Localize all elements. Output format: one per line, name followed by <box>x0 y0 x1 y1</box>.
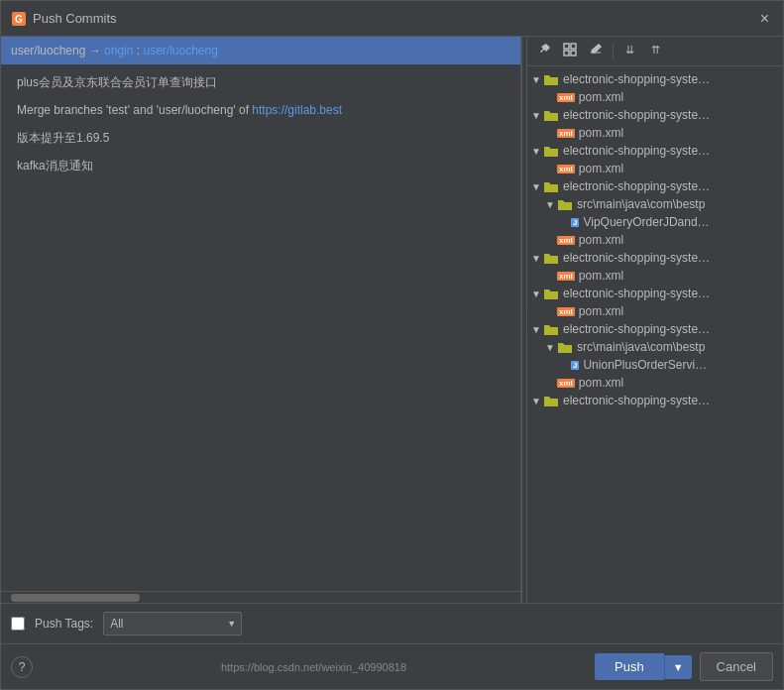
remote-link[interactable]: origin <box>104 44 133 58</box>
push-tags-select-wrapper: All Annotated None <box>103 612 242 635</box>
commit-item: 版本提升至1.69.5 <box>1 124 520 152</box>
tree-file-xml-6[interactable]: ▶ xml pom.xml <box>527 302 783 320</box>
tree-item-label: pom.xml <box>579 304 623 318</box>
left-scrollbar-thumb[interactable] <box>11 594 140 602</box>
folder-icon <box>543 179 559 193</box>
folder-arrow: ▼ <box>545 342 555 353</box>
file-tree: ▼ electronic-shopping-syste… ▶ xml pom.x… <box>527 66 783 603</box>
commit-text-1: plus会员及京东联合会员订单查询接口 <box>17 75 217 89</box>
folder-icon <box>543 251 559 265</box>
folder-arrow: ▼ <box>545 199 555 210</box>
tree-item-label: VipQueryOrderJDand… <box>583 215 709 229</box>
folder-arrow: ▼ <box>531 288 541 299</box>
tree-item-label: electronic-shopping-syste… <box>563 251 710 265</box>
remote-branch-link[interactable]: user/luocheng <box>143 44 217 58</box>
tree-file-java-1[interactable]: ▶ J VipQueryOrderJDand… <box>527 213 783 231</box>
tree-file-xml-7[interactable]: ▶ xml pom.xml <box>527 374 783 392</box>
tree-folder-2[interactable]: ▼ electronic-shopping-syste… <box>527 106 783 124</box>
tree-file-xml-4[interactable]: ▶ xml pom.xml <box>527 231 783 249</box>
tree-item-label: pom.xml <box>579 233 623 247</box>
tree-item-label: src\main\java\com\bestp <box>577 197 705 211</box>
tree-subfolder-1[interactable]: ▼ src\main\java\com\bestp <box>527 195 783 213</box>
push-tags-select[interactable]: All Annotated None <box>103 612 242 635</box>
tree-file-xml-3[interactable]: ▶ xml pom.xml <box>527 160 783 177</box>
commit-link-2[interactable]: https://gitlab.best <box>252 103 342 117</box>
java-badge: J <box>571 361 579 370</box>
folder-icon <box>543 144 559 158</box>
action-bar: ? https://blog.csdn.net/weixin_40990818 … <box>1 643 783 689</box>
tree-folder-6[interactable]: ▼ electronic-shopping-syste… <box>527 285 783 302</box>
left-scrollbar[interactable] <box>1 591 520 603</box>
push-button[interactable]: Push <box>595 653 664 680</box>
tree-item-label: electronic-shopping-syste… <box>563 322 710 336</box>
tree-item-label: pom.xml <box>579 162 623 175</box>
tree-item-label: UnionPlusOrderServi… <box>583 358 707 372</box>
tree-folder-4[interactable]: ▼ electronic-shopping-syste… <box>527 177 783 195</box>
left-panel: user/luocheng → origin : user/luocheng p… <box>1 37 521 603</box>
sort-asc-button[interactable]: ⇈ <box>645 41 667 61</box>
xml-badge: xml <box>557 129 575 138</box>
folder-arrow: ▼ <box>531 110 541 121</box>
tree-item-label: pom.xml <box>579 269 623 283</box>
help-button[interactable]: ? <box>11 656 33 678</box>
svg-text:G: G <box>15 14 23 25</box>
svg-rect-2 <box>564 44 569 49</box>
svg-text:⇈: ⇈ <box>651 44 660 56</box>
commit-item: Merge branches 'test' and 'user/luocheng… <box>1 96 520 124</box>
sort-desc-button[interactable]: ⇊ <box>619 41 641 61</box>
commit-item: plus会员及京东联合会员订单查询接口 <box>1 68 520 96</box>
commit-text-4: kafka消息通知 <box>17 159 93 172</box>
xml-badge: xml <box>557 236 575 245</box>
push-tags-checkbox[interactable] <box>11 617 25 631</box>
commits-list: plus会员及京东联合会员订单查询接口 Merge branches 'test… <box>1 64 520 591</box>
folder-icon <box>543 394 559 407</box>
tree-subfolder-2[interactable]: ▼ src\main\java\com\bestp <box>527 338 783 356</box>
title-bar: G Push Commits × <box>1 1 783 37</box>
svg-rect-3 <box>571 44 576 49</box>
xml-badge: xml <box>557 165 575 173</box>
xml-badge: xml <box>557 93 575 102</box>
tree-folder-7[interactable]: ▼ electronic-shopping-syste… <box>527 320 783 338</box>
tree-item-label: pom.xml <box>579 90 623 104</box>
main-content: user/luocheng → origin : user/luocheng p… <box>1 37 783 603</box>
xml-badge: xml <box>557 307 575 316</box>
dialog-title: Push Commits <box>33 11 756 26</box>
tree-file-xml-5[interactable]: ▶ xml pom.xml <box>527 267 783 285</box>
tree-item-label: electronic-shopping-syste… <box>563 72 710 86</box>
tree-file-java-2[interactable]: ▶ J UnionPlusOrderServi… <box>527 356 783 374</box>
cancel-button[interactable]: Cancel <box>700 652 773 681</box>
action-buttons-group: Push ▼ Cancel <box>595 652 773 681</box>
commit-text-2: Merge branches 'test' and 'user/luocheng… <box>17 103 252 117</box>
right-toolbar: ⇊ ⇈ <box>527 37 783 66</box>
branch-arrow: → <box>89 44 101 58</box>
push-tags-bar: Push Tags: All Annotated None <box>1 603 783 643</box>
folder-arrow: ▼ <box>531 253 541 264</box>
push-commits-dialog: G Push Commits × user/luocheng → origin … <box>0 0 784 690</box>
xml-badge: xml <box>557 379 575 388</box>
push-dropdown-button[interactable]: ▼ <box>664 655 692 679</box>
branch-row: user/luocheng → origin : user/luocheng <box>1 37 520 64</box>
push-tags-label: Push Tags: <box>35 617 93 631</box>
tree-item-label: electronic-shopping-syste… <box>563 394 710 407</box>
tree-folder-5[interactable]: ▼ electronic-shopping-syste… <box>527 249 783 267</box>
tree-folder-1[interactable]: ▼ electronic-shopping-syste… <box>527 70 783 88</box>
edit-button[interactable] <box>585 41 607 61</box>
tree-item-label: electronic-shopping-syste… <box>563 287 710 300</box>
folder-arrow: ▼ <box>531 396 541 406</box>
local-branch: user/luocheng <box>11 44 85 58</box>
tree-folder-8[interactable]: ▼ electronic-shopping-syste… <box>527 392 783 409</box>
folder-icon <box>557 340 573 354</box>
svg-rect-4 <box>564 51 569 56</box>
tree-item-label: pom.xml <box>579 376 623 390</box>
tree-folder-3[interactable]: ▼ electronic-shopping-syste… <box>527 142 783 160</box>
tree-file-xml-1[interactable]: ▶ xml pom.xml <box>527 88 783 106</box>
tree-file-xml-2[interactable]: ▶ xml pom.xml <box>527 124 783 142</box>
tree-item-label: electronic-shopping-syste… <box>563 108 710 122</box>
folder-arrow: ▼ <box>531 74 541 85</box>
folder-icon <box>543 322 559 336</box>
pin-button[interactable] <box>533 41 555 61</box>
grid-button[interactable] <box>559 41 581 61</box>
dialog-icon: G <box>11 11 27 27</box>
close-button[interactable]: × <box>756 10 773 28</box>
folder-arrow: ▼ <box>531 181 541 192</box>
